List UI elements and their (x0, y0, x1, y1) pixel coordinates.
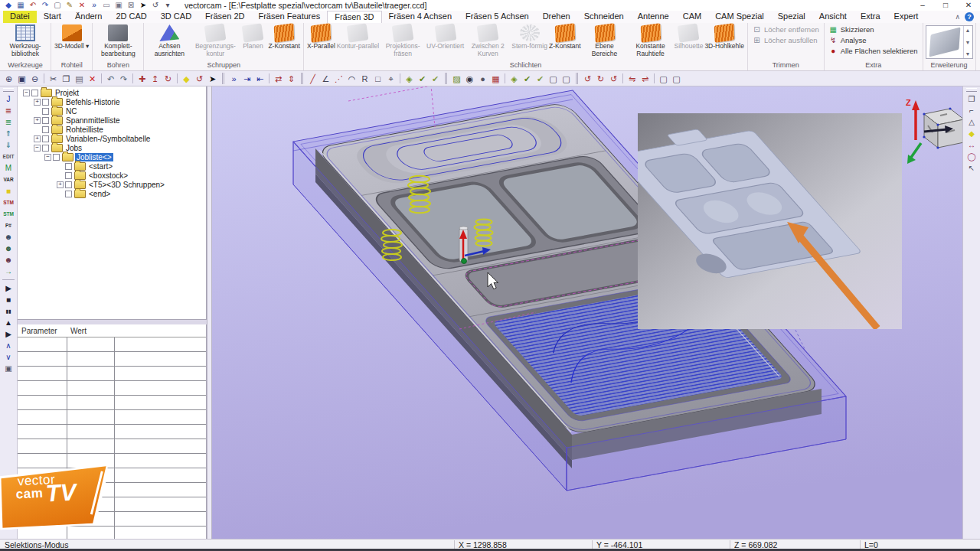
planen-button[interactable]: Planen (238, 23, 267, 51)
tree-item-start[interactable]: <start> (17, 161, 206, 171)
var-icon[interactable]: VAR (0, 174, 17, 185)
tab-2d-cad[interactable]: 2D CAD (109, 11, 153, 23)
swap-icon[interactable]: ⇄ (272, 73, 285, 85)
kontur-parallel-button[interactable]: Kontur-parallel (336, 23, 380, 51)
snap-icon[interactable]: ⌖ (384, 73, 397, 85)
tree-expander[interactable] (34, 145, 41, 152)
uv-orientiert-button[interactable]: UV-Orientiert (426, 23, 465, 51)
extra-cell[interactable] (115, 396, 206, 409)
value-cell[interactable] (67, 425, 115, 439)
zoom-fit-icon[interactable]: ▣ (15, 73, 28, 85)
move-down-icon[interactable]: ⇓ (0, 139, 17, 151)
separator[interactable] (654, 73, 655, 83)
quick-more-icon[interactable]: ▾ (162, 0, 174, 11)
rotate-mode-icon[interactable]: ↺ (149, 0, 162, 11)
viewport-3d[interactable]: Z (212, 86, 963, 540)
align-icon[interactable]: ⇕ (285, 73, 298, 85)
extra-cell[interactable] (115, 439, 206, 453)
machine-icon[interactable]: ☻ (0, 243, 17, 254)
projektionsfraesen-button[interactable]: Projektions-fräsen (380, 23, 426, 57)
dimension-icon[interactable]: ↔ (963, 139, 980, 151)
tab-fraesen-3d[interactable]: Fräsen 3D (327, 11, 381, 23)
rotate-xyz-icon[interactable]: ↻ (162, 73, 175, 85)
box-select-icon[interactable]: ▢ (547, 73, 560, 85)
save-icon[interactable]: ▦ (15, 0, 27, 11)
run-icon[interactable]: » (88, 0, 100, 11)
skizzieren-button[interactable]: ▦ Skizzieren (827, 25, 877, 34)
select-arrow-icon[interactable]: ➤ (206, 73, 219, 85)
extra-cell[interactable] (115, 367, 206, 380)
help-icon[interactable]: ? (965, 12, 974, 21)
extra-cell[interactable] (115, 352, 206, 366)
tree-item-boxstock[interactable]: <boxstock> (17, 171, 206, 180)
z-konstant-schruppen-button[interactable]: Z-Konstant (267, 23, 301, 51)
separator[interactable] (222, 73, 224, 84)
app-icon[interactable]: ◆ (2, 0, 15, 11)
zoom-out-icon[interactable]: ⊖ (28, 73, 41, 85)
separator[interactable] (622, 73, 623, 83)
horizontal-splitter[interactable] (17, 320, 207, 324)
list-green-icon[interactable]: ≣ (0, 116, 17, 128)
parameter-cell[interactable] (17, 454, 67, 468)
tab-extra[interactable]: Extra (854, 11, 887, 23)
undo-icon[interactable]: ↶ (104, 73, 117, 85)
close-button[interactable]: ✕ (957, 0, 980, 11)
gallery-expand-icon[interactable]: ▼ (965, 51, 971, 57)
stm-green-icon[interactable]: STM (0, 208, 17, 220)
extra-cell[interactable] (115, 497, 206, 511)
parameter-cell[interactable] (17, 337, 67, 351)
separator[interactable] (101, 73, 102, 83)
extra-cell[interactable] (115, 468, 206, 482)
wireframe-icon[interactable]: ▦ (489, 73, 502, 85)
tree-item-befehls-historie[interactable]: Befehls-Historie (17, 97, 206, 106)
parameter-cell[interactable] (17, 352, 67, 366)
window-restore-icon[interactable]: ▣ (113, 0, 125, 11)
box-icon[interactable]: ▣ (0, 363, 17, 374)
extension-gallery[interactable]: ▲ ▼ ▼ (926, 25, 973, 59)
point-icon[interactable]: ◆ (963, 128, 980, 139)
column-header-parameter[interactable]: Parameter (17, 327, 67, 335)
fill-select-icon[interactable]: ◈ (508, 73, 521, 85)
gallery-down-icon[interactable]: ▼ (965, 40, 971, 45)
tab-cam-spezial[interactable]: CAM Spezial (708, 11, 771, 23)
separator[interactable] (505, 73, 505, 83)
toolbar-handle[interactable] (966, 88, 977, 92)
select-mode-icon[interactable]: ➤ (137, 0, 149, 11)
konstante-rauhtiefe-button[interactable]: Konstante Rauhtiefe (628, 23, 674, 57)
value-cell[interactable] (67, 527, 115, 540)
separator[interactable] (132, 73, 133, 83)
play-icon[interactable]: ▶ (0, 282, 17, 294)
parameter-cell[interactable] (17, 439, 67, 453)
rotate-axis-icon[interactable]: ↺ (607, 73, 620, 85)
minimize-button[interactable]: – (911, 0, 934, 11)
loecher-ausfuellen-button[interactable]: ⊞ Löcher ausfüllen (750, 36, 820, 44)
rotate-ccw-icon[interactable]: ↻ (594, 73, 607, 85)
extra-cell[interactable] (115, 381, 206, 395)
collapse-ribbon-icon[interactable]: ∧ (955, 13, 960, 21)
move-xyz-icon[interactable]: ✚ (136, 73, 149, 85)
tree-expander[interactable] (34, 99, 41, 106)
translate-icon[interactable]: ↥ (149, 73, 162, 85)
shaded-icon[interactable]: ● (476, 73, 489, 85)
run-forward-icon[interactable]: » (227, 73, 240, 85)
copy-icon[interactable]: ❐ (60, 73, 73, 85)
macro-icon[interactable]: M (0, 162, 17, 174)
tree-checkbox[interactable] (65, 172, 72, 179)
array-icon[interactable]: ⇌ (639, 73, 652, 85)
step-back-icon[interactable]: ⇤ (253, 73, 266, 85)
tab-ansicht[interactable]: Ansicht (812, 11, 854, 23)
parameter-cell[interactable] (17, 367, 67, 380)
tab-fraesen-2d[interactable]: Fräsen 2D (198, 11, 251, 23)
tab-antenne[interactable]: Antenne (631, 11, 676, 23)
extra-cell[interactable] (115, 454, 206, 468)
toolbar-handle[interactable] (3, 88, 14, 92)
parameter-cell[interactable] (17, 425, 67, 439)
box-select2-icon[interactable]: ▢ (560, 73, 573, 85)
extra-cell[interactable] (115, 425, 206, 439)
check-solid-icon[interactable]: ✔ (429, 73, 442, 85)
cut-icon[interactable]: ✂ (47, 73, 60, 85)
redo-icon[interactable]: ↷ (117, 73, 130, 85)
region-select-icon[interactable]: ▢ (657, 73, 670, 85)
flip-icon[interactable]: ⌐ (963, 105, 980, 116)
tree-checkbox[interactable] (65, 181, 72, 188)
